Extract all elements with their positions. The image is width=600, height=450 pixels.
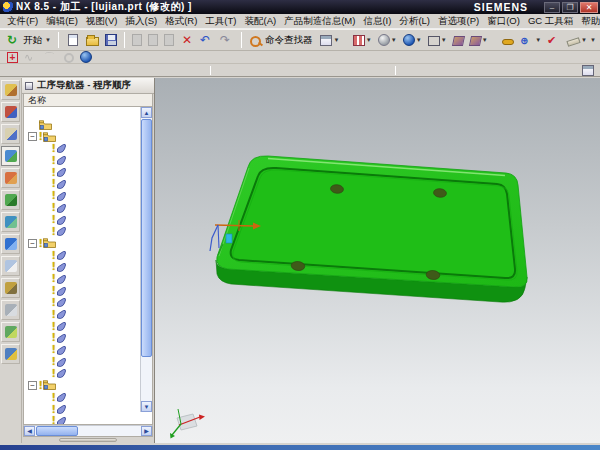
reuse-library-button[interactable]: [1, 190, 20, 210]
part-model[interactable]: [155, 78, 600, 443]
delete-button[interactable]: ✕: [177, 32, 197, 49]
menu-item-3[interactable]: 视图(V): [82, 14, 122, 29]
wcs-triad[interactable]: [170, 409, 205, 439]
new-button[interactable]: [63, 32, 83, 48]
open-button[interactable]: [83, 32, 102, 48]
menu-item-7[interactable]: 装配(A): [241, 14, 281, 29]
immersive-show-button[interactable]: ▼: [467, 33, 491, 48]
tree-row[interactable]: !: [24, 297, 140, 309]
constraint-navigator-button[interactable]: [1, 102, 20, 122]
close-button[interactable]: ✕: [580, 2, 598, 13]
tree-row[interactable]: !: [24, 214, 140, 226]
menu-item-5[interactable]: 格式(R): [161, 14, 201, 29]
horizontal-scrollbar[interactable]: ◀ ▶: [23, 425, 153, 437]
menu-item-8[interactable]: 产品制造信息(M): [280, 14, 359, 29]
tree-row[interactable]: !: [24, 261, 140, 273]
menu-item-11[interactable]: 首选项(P): [434, 14, 483, 29]
tree-row[interactable]: !: [24, 249, 140, 261]
tree-row[interactable]: !: [24, 166, 140, 178]
circle-button[interactable]: [61, 50, 77, 65]
create-geometry-button[interactable]: +: [4, 50, 21, 65]
menu-item-12[interactable]: 窗口(O): [483, 14, 524, 29]
verify-button[interactable]: ✔: [544, 32, 564, 49]
navigator-column-header[interactable]: 名称: [23, 94, 153, 107]
rendering-style-button[interactable]: ▼: [400, 32, 425, 48]
history-button[interactable]: [1, 256, 20, 276]
tree-row[interactable]: !: [24, 320, 140, 332]
tree-row[interactable]: !: [24, 308, 140, 320]
vertical-scroll-thumb[interactable]: [141, 119, 152, 357]
tree-row[interactable]: [24, 119, 140, 131]
lock-layer-button[interactable]: [499, 33, 517, 47]
paste-button[interactable]: [161, 32, 177, 48]
tree-row[interactable]: [24, 107, 140, 119]
redo-button[interactable]: ↷: [217, 32, 237, 49]
collapse-icon[interactable]: −: [28, 132, 37, 141]
dock-grid-button[interactable]: [579, 63, 597, 78]
tree-row[interactable]: !: [24, 391, 140, 403]
tree-row[interactable]: −!: [24, 131, 140, 143]
panel-resize-grip[interactable]: [59, 438, 117, 442]
tree-row[interactable]: !: [24, 273, 140, 285]
scroll-up-icon[interactable]: ▲: [141, 107, 152, 118]
tree-row[interactable]: !: [24, 403, 140, 415]
tree-row[interactable]: !: [24, 344, 140, 356]
tree-row[interactable]: !: [24, 178, 140, 190]
part-navigator-button[interactable]: [1, 124, 20, 144]
system-scenes-button[interactable]: [1, 344, 20, 364]
tree-row[interactable]: !: [24, 225, 140, 237]
tree-row[interactable]: !: [24, 154, 140, 166]
display-mode-button[interactable]: ▼: [350, 33, 375, 48]
copy-button[interactable]: [145, 32, 161, 48]
save-button[interactable]: [102, 32, 120, 48]
navigator-title-bar[interactable]: 工序导航器 - 程序顺序: [22, 78, 154, 94]
internet-explorer-button[interactable]: [1, 234, 20, 254]
menu-item-14[interactable]: 帮助(H): [577, 14, 600, 29]
navigator-pin-icon[interactable]: [25, 82, 33, 90]
roles-button[interactable]: [1, 322, 20, 342]
spline-button[interactable]: ∿: [21, 49, 41, 66]
tree-row[interactable]: !: [24, 415, 140, 424]
command-finder-button[interactable]: 命令查找器: [246, 32, 318, 49]
menu-item-2[interactable]: 编辑(E): [42, 14, 82, 29]
show-hide-button[interactable]: [450, 33, 467, 48]
scroll-down-icon[interactable]: ▼: [141, 401, 152, 412]
orient-view-button[interactable]: ▼: [375, 32, 400, 48]
menu-item-1[interactable]: 文件(F): [3, 14, 42, 29]
machining-feature-navigator-button[interactable]: [1, 168, 20, 188]
arc-button[interactable]: ⌒: [41, 49, 61, 66]
process-studio-button[interactable]: [1, 278, 20, 298]
menu-item-6[interactable]: 工具(T): [201, 14, 240, 29]
horizontal-scroll-thumb[interactable]: [36, 426, 78, 436]
tree-row[interactable]: !: [24, 332, 140, 344]
tree-row[interactable]: !: [24, 202, 140, 214]
restore-button[interactable]: ❐: [562, 2, 578, 13]
scroll-left-icon[interactable]: ◀: [24, 426, 35, 436]
tree-row[interactable]: !: [24, 368, 140, 380]
cut-button[interactable]: [129, 32, 145, 48]
start-menu-button[interactable]: ↻ 开始 ▼: [4, 32, 54, 49]
minimize-button[interactable]: –: [544, 2, 560, 13]
tree-row[interactable]: !: [24, 356, 140, 368]
tree-row[interactable]: −!: [24, 237, 140, 249]
graphics-viewport[interactable]: [155, 78, 600, 443]
menu-item-13[interactable]: GC 工具箱: [524, 14, 577, 29]
window-layout-button[interactable]: ▼: [317, 33, 342, 48]
undo-button[interactable]: ↶: [197, 32, 217, 49]
tree-row[interactable]: !: [24, 190, 140, 202]
menu-item-9[interactable]: 信息(I): [359, 14, 395, 29]
tree-row[interactable]: !: [24, 285, 140, 297]
hd3d-tools-button[interactable]: [1, 212, 20, 232]
manufacturing-wizard-button[interactable]: [1, 300, 20, 320]
tree-row[interactable]: −!: [24, 379, 140, 391]
fit-view-button[interactable]: ▼: [425, 33, 450, 48]
tree-row[interactable]: !: [24, 143, 140, 155]
measure-button[interactable]: ▼: [564, 34, 590, 47]
collapse-icon[interactable]: −: [28, 381, 37, 390]
scroll-right-icon[interactable]: ▶: [141, 426, 152, 436]
menu-item-4[interactable]: 插入(S): [121, 14, 161, 29]
assembly-navigator-button[interactable]: [1, 80, 20, 100]
collapse-icon[interactable]: −: [28, 239, 37, 248]
menu-item-10[interactable]: 分析(L): [395, 14, 434, 29]
sphere-tool-button[interactable]: [77, 49, 95, 65]
